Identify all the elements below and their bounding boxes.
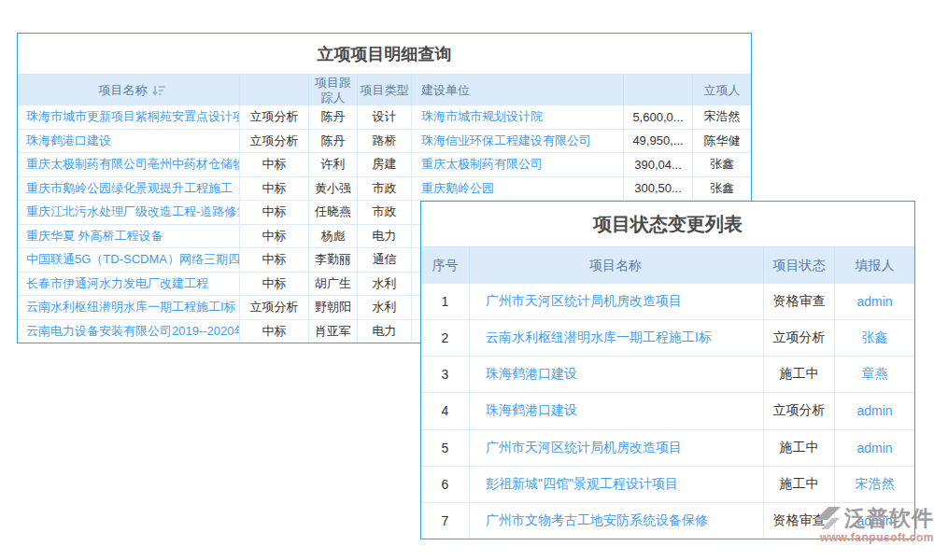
table2-header: 序号 项目名称 项目状态 填报人 — [421, 246, 914, 284]
col-project-type: 项目类型 — [358, 75, 412, 105]
project-name-link[interactable]: 珠海市城市更新项目紫桐苑安置点设计项目 — [18, 105, 240, 129]
project-status: 施工中 — [764, 467, 835, 502]
project-tracker: 肖亚军 — [309, 320, 358, 343]
status-change-list-panel: 项目状态变更列表 序号 项目名称 项目状态 填报人 1广州市天河区统计局机房改造… — [420, 201, 915, 539]
sort-descending-icon[interactable] — [152, 85, 165, 96]
project-tracker: 杨彪 — [309, 225, 358, 248]
col-initiator: 立项人 — [693, 75, 751, 105]
project-status: 施工中 — [764, 357, 835, 392]
project-phase: 立项分析 — [240, 130, 309, 153]
project-initiator: 陈华健 — [693, 130, 751, 153]
table-row: 1广州市天河区统计局机房改造项目资格审查admin — [421, 284, 914, 320]
project-phase: 中标 — [240, 177, 309, 201]
project-tracker: 陈丹 — [309, 105, 358, 129]
project-type: 市政 — [358, 201, 412, 224]
project-type: 路桥 — [358, 130, 412, 153]
table2-body: 1广州市天河区统计局机房改造项目资格审查admin2云南水利枢纽潜明水库一期工程… — [421, 284, 914, 539]
project-phase: 中标 — [240, 248, 309, 272]
build-org-link[interactable]: 珠海市城市规划设计院 — [412, 105, 624, 129]
watermark-brand: 泛普软件 — [844, 507, 934, 530]
table-row: 重庆市鹅岭公园绿化景观提升工程施工中标黄小强市政重庆鹅岭公园300,50...张… — [18, 177, 751, 202]
table2-title: 项目状态变更列表 — [421, 202, 914, 246]
project-name-link[interactable]: 重庆华夏 外高桥工程设备 — [18, 225, 240, 248]
project-name-link[interactable]: 珠海鹤港口建设 — [18, 130, 240, 153]
project-name-link[interactable]: 彭祖新城"四馆"景观工程设计项目 — [470, 467, 764, 502]
project-tracker: 许利 — [309, 153, 358, 176]
project-name-link[interactable]: 重庆太极制药有限公司亳州中药材仓储物流基地 — [18, 153, 240, 176]
project-phase: 中标 — [240, 225, 309, 248]
col-filler: 填报人 — [835, 247, 914, 284]
project-type: 设计 — [358, 105, 412, 129]
project-type: 市政 — [358, 177, 412, 201]
col-project-status: 项目状态 — [764, 247, 835, 284]
col-project-tracker: 项目跟踪人 — [309, 75, 358, 105]
project-name-link[interactable]: 重庆市鹅岭公园绿化景观提升工程施工 — [18, 177, 240, 201]
row-seq-no: 4 — [421, 393, 470, 428]
project-initiator: 张鑫 — [693, 177, 751, 201]
project-name-link[interactable]: 云南水利枢纽潜明水库一期工程施工I标 — [18, 296, 240, 319]
project-name-link[interactable]: 云南水利枢纽潜明水库一期工程施工I标 — [470, 320, 764, 356]
project-status: 施工中 — [764, 430, 835, 466]
table1-title: 立项项目明细查询 — [18, 34, 751, 74]
filler-link[interactable]: 宋浩然 — [835, 467, 914, 502]
project-tracker: 陈丹 — [309, 130, 358, 153]
filler-link[interactable]: 章燕 — [835, 357, 914, 392]
project-name-link[interactable]: 重庆江北污水处理厂级改造工程-道路修复工程 — [18, 201, 240, 224]
col-amount — [624, 75, 693, 105]
col-project-name[interactable]: 项目名称 — [18, 75, 240, 105]
project-name-link[interactable]: 广州市天河区统计局机房改造项目 — [470, 284, 764, 319]
col-project-name-label: 项目名称 — [99, 83, 148, 98]
project-type: 通信 — [358, 248, 412, 272]
project-name-link[interactable]: 珠海鹤港口建设 — [470, 357, 764, 392]
project-tracker: 任晓燕 — [309, 201, 358, 224]
build-org-link[interactable]: 珠海信业环保工程建设有限公司 — [412, 130, 624, 153]
filler-link[interactable]: admin — [835, 393, 914, 428]
col-seq-no: 序号 — [421, 247, 470, 284]
project-amount: 5,600,0... — [624, 105, 693, 129]
table-row: 4珠海鹤港口建设立项分析admin — [421, 393, 914, 429]
table-row: 2云南水利枢纽潜明水库一期工程施工I标立项分析张鑫 — [421, 320, 914, 357]
project-tracker: 胡广生 — [309, 273, 358, 296]
row-seq-no: 3 — [421, 357, 470, 392]
row-seq-no: 7 — [421, 503, 470, 539]
project-name-link[interactable]: 中国联通5G（TD-SCDMA）网络三期四川工程 — [18, 248, 240, 272]
filler-link[interactable]: admin — [835, 284, 914, 319]
filler-link[interactable]: admin — [835, 430, 914, 466]
project-type: 水利 — [358, 296, 412, 319]
build-org-link[interactable]: 重庆太极制药有限公司 — [412, 153, 624, 176]
project-phase: 中标 — [240, 273, 309, 296]
project-status: 资格审查 — [764, 284, 835, 319]
col-project-name: 项目名称 — [470, 247, 764, 284]
project-name-link[interactable]: 广州市文物考古工地安防系统设备保修 — [470, 503, 764, 539]
project-name-link[interactable]: 珠海鹤港口建设 — [470, 393, 764, 428]
project-amount: 300,50... — [624, 177, 693, 201]
project-tracker: 野朝阳 — [309, 296, 358, 319]
table1-header: 项目名称 项目跟踪人 项目类型 建设单位 立项人 — [18, 74, 751, 105]
row-seq-no: 1 — [421, 284, 470, 319]
project-tracker: 黄小强 — [309, 177, 358, 201]
row-seq-no: 2 — [421, 320, 470, 356]
table-row: 3珠海鹤港口建设施工中章燕 — [421, 357, 914, 393]
table-row: 重庆太极制药有限公司亳州中药材仓储物流基地中标许利房建重庆太极制药有限公司390… — [18, 153, 751, 177]
project-phase: 立项分析 — [240, 105, 309, 129]
project-name-link[interactable]: 广州市天河区统计局机房改造项目 — [470, 430, 764, 466]
project-initiator: 宋浩然 — [693, 105, 751, 129]
col-build-org: 建设单位 — [412, 75, 624, 105]
fanpu-watermark: 泛普软件 www.fanpusoft.com — [800, 506, 934, 544]
table-row: 6彭祖新城"四馆"景观工程设计项目施工中宋浩然 — [421, 467, 914, 503]
project-status: 立项分析 — [764, 393, 835, 428]
table-row: 珠海鹤港口建设立项分析陈丹路桥珠海信业环保工程建设有限公司49,950,...陈… — [18, 130, 751, 154]
row-seq-no: 5 — [421, 430, 470, 466]
watermark-url: www.fanpusoft.com — [800, 531, 934, 544]
project-name-link[interactable]: 长春市伊通河水力发电厂改建工程 — [18, 273, 240, 296]
project-tracker: 李勤丽 — [309, 248, 358, 272]
page: 立项项目明细查询 项目名称 项目跟踪人 项目类型 建设单位 — [0, 0, 934, 560]
project-name-link[interactable]: 云南电力设备安装有限公司2019--2020年度劳务 — [18, 320, 240, 343]
build-org-link[interactable]: 重庆鹅岭公园 — [412, 177, 624, 201]
project-type: 电力 — [358, 320, 412, 343]
filler-link[interactable]: 张鑫 — [835, 320, 914, 356]
fanpu-logo-icon — [814, 506, 842, 530]
project-initiator: 张鑫 — [693, 153, 751, 176]
project-phase: 中标 — [240, 201, 309, 224]
col-project-phase — [240, 75, 309, 105]
